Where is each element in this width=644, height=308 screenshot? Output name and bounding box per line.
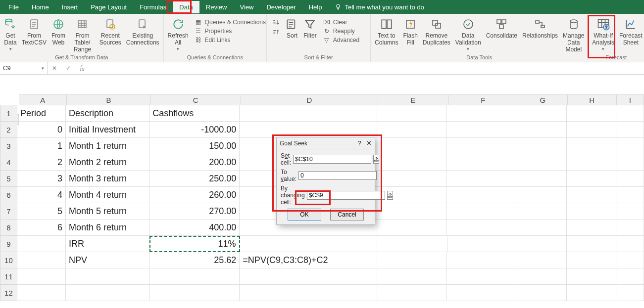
cell-F6[interactable]	[447, 187, 517, 203]
cell-A3[interactable]: 1	[17, 138, 66, 154]
relationships-button[interactable]: Relationships	[520, 17, 560, 40]
cell-A10[interactable]	[17, 252, 66, 268]
cell-E7[interactable]	[377, 203, 447, 220]
advanced-button[interactable]: ▽Advanced	[321, 36, 361, 44]
cell-B5[interactable]: Month 3 return	[66, 171, 149, 187]
cell-D9[interactable]	[240, 236, 377, 252]
recent-sources-button[interactable]: Recent Sources	[98, 17, 123, 46]
cancel-button[interactable]: Cancel	[330, 209, 364, 220]
cell-G5[interactable]	[517, 171, 567, 187]
formula-input[interactable]	[89, 62, 644, 74]
sort-asc-button[interactable]	[270, 18, 282, 27]
cell-F4[interactable]	[447, 154, 517, 171]
cell-H6[interactable]	[567, 187, 616, 203]
cell-B12[interactable]	[66, 285, 149, 301]
cell-E2[interactable]	[377, 122, 447, 138]
chevron-down-icon[interactable]: ▾	[42, 66, 44, 71]
cell-A11[interactable]	[17, 268, 66, 285]
cell-F8[interactable]	[447, 220, 517, 236]
insert-function-button[interactable]: fx	[75, 64, 89, 72]
cell-B6[interactable]: Month 4 return	[66, 187, 149, 203]
cell-G9[interactable]	[517, 236, 567, 252]
col-header-G[interactable]: G	[518, 94, 567, 105]
clear-button[interactable]: ⌧Clear	[321, 18, 361, 27]
cell-A1[interactable]: Period	[17, 105, 66, 122]
col-header-E[interactable]: E	[378, 94, 448, 105]
cell-C5[interactable]: 250.00	[149, 171, 240, 187]
row-header-12[interactable]: 12	[0, 285, 17, 301]
cell-B1[interactable]: Description	[66, 105, 149, 122]
cell-H7[interactable]	[567, 203, 616, 220]
row-header-4[interactable]: 4	[0, 154, 17, 171]
from-table-range-button[interactable]: From Table/ Range	[68, 17, 97, 53]
cell-H3[interactable]	[567, 138, 616, 154]
set-cell-ref-button[interactable]	[373, 155, 379, 164]
cell-F9[interactable]	[447, 236, 518, 252]
cell-H10[interactable]	[567, 252, 616, 268]
tab-view[interactable]: View	[233, 1, 260, 13]
cell-I10[interactable]	[616, 252, 644, 268]
cell-G3[interactable]	[517, 138, 567, 154]
cell-I5[interactable]	[616, 171, 644, 187]
cell-D12[interactable]	[240, 285, 377, 301]
cell-E11[interactable]	[377, 268, 447, 285]
cell-B10[interactable]: NPV	[66, 252, 149, 268]
queries-connections-button[interactable]: ▦Queries & Connections	[193, 18, 268, 27]
cell-I4[interactable]	[616, 154, 644, 171]
col-header-C[interactable]: C	[151, 94, 241, 105]
close-button[interactable]: ✕	[366, 139, 372, 147]
remove-duplicates-button[interactable]: Remove Duplicates	[421, 17, 452, 46]
row-header-3[interactable]: 3	[0, 138, 17, 154]
cell-A7[interactable]: 5	[17, 203, 66, 220]
from-text-csv-button[interactable]: From Text/CSV	[20, 17, 49, 46]
cell-H9[interactable]	[567, 236, 616, 252]
cell-F12[interactable]	[447, 285, 517, 301]
cell-I8[interactable]	[616, 220, 644, 236]
cell-F11[interactable]	[447, 268, 517, 285]
cell-H4[interactable]	[567, 154, 616, 171]
tab-formulas[interactable]: Formulas	[133, 1, 173, 13]
cell-F10[interactable]	[447, 252, 517, 268]
cell-B11[interactable]	[66, 268, 149, 285]
properties-button[interactable]: ☰Properties	[193, 27, 268, 36]
cell-C3[interactable]: 150.00	[149, 138, 240, 154]
cell-C11[interactable]	[149, 268, 240, 285]
cell-I2[interactable]	[616, 122, 644, 138]
cell-E9[interactable]	[377, 236, 447, 252]
cell-I1[interactable]	[616, 105, 644, 122]
cell-G8[interactable]	[517, 220, 567, 236]
row-header-9[interactable]: 9	[0, 236, 17, 252]
sort-desc-button[interactable]	[270, 28, 282, 37]
tab-data[interactable]: Data	[173, 1, 199, 13]
flash-fill-button[interactable]: Flash Fill	[401, 17, 419, 46]
cell-F7[interactable]	[447, 203, 517, 220]
cell-C10[interactable]: 25.62	[149, 252, 240, 268]
sort-button[interactable]: Sort	[284, 17, 300, 40]
tab-insert[interactable]: Insert	[55, 1, 85, 13]
row-header-10[interactable]: 10	[0, 252, 17, 268]
tab-home[interactable]: Home	[25, 1, 55, 13]
col-header-B[interactable]: B	[67, 94, 150, 105]
enter-formula-button[interactable]: ✓	[61, 65, 75, 72]
from-web-button[interactable]: From Web	[50, 17, 67, 46]
cell-A4[interactable]: 2	[17, 154, 66, 171]
existing-connections-button[interactable]: Existing Connections	[124, 17, 161, 46]
cell-I9[interactable]	[616, 236, 644, 252]
col-header-A[interactable]: A	[19, 94, 67, 105]
cell-C1[interactable]: Cashflows	[149, 105, 240, 122]
cell-B4[interactable]: Month 2 return	[66, 154, 149, 171]
filter-button[interactable]: Filter	[301, 17, 319, 40]
cell-F5[interactable]	[447, 171, 517, 187]
cell-C2[interactable]: -1000.00	[149, 122, 240, 138]
cell-B8[interactable]: Month 6 return	[66, 220, 149, 236]
cell-G12[interactable]	[517, 285, 567, 301]
cell-H11[interactable]	[567, 268, 616, 285]
tab-page-layout[interactable]: Page Layout	[84, 1, 133, 13]
cell-H1[interactable]	[567, 105, 616, 122]
cell-A8[interactable]: 6	[17, 220, 66, 236]
cell-I7[interactable]	[616, 203, 644, 220]
col-header-F[interactable]: F	[448, 94, 519, 105]
row-header-1[interactable]: 1	[0, 105, 17, 122]
cell-B9[interactable]: IRR	[66, 236, 149, 252]
cell-G10[interactable]	[517, 252, 567, 268]
